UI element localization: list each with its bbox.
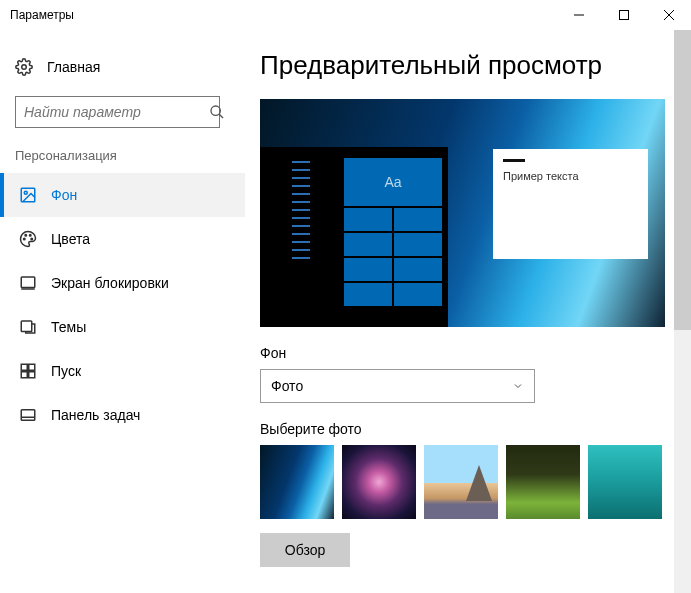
page-title: Предварительный просмотр (260, 50, 671, 81)
maximize-button[interactable] (601, 0, 646, 30)
preview-tiles: Aa (343, 157, 443, 317)
sidebar-item-taskbar[interactable]: Панель задач (0, 393, 245, 437)
background-dropdown[interactable]: Фото (260, 369, 535, 403)
palette-icon (19, 230, 37, 248)
photo-thumb-4[interactable] (506, 445, 580, 519)
search-icon (209, 104, 225, 120)
photo-thumbnails (260, 445, 671, 519)
svg-rect-18 (21, 372, 27, 378)
section-title: Персонализация (0, 143, 245, 173)
photo-thumb-5[interactable] (588, 445, 662, 519)
svg-point-10 (25, 235, 27, 237)
main-panel: Предварительный просмотр Aa Пример текст… (245, 30, 691, 593)
svg-rect-17 (29, 364, 35, 370)
preview-sample-text: Пример текста (503, 170, 638, 182)
photo-thumb-2[interactable] (342, 445, 416, 519)
sidebar-item-label: Темы (51, 319, 86, 335)
search-input[interactable] (16, 104, 209, 120)
svg-rect-19 (29, 372, 35, 378)
svg-rect-16 (21, 364, 27, 370)
search-box[interactable] (15, 96, 220, 128)
sidebar-item-label: Панель задач (51, 407, 140, 423)
sidebar-item-start[interactable]: Пуск (0, 349, 245, 393)
svg-point-5 (211, 106, 220, 115)
taskbar-icon (19, 406, 37, 424)
preview-taskbar (260, 147, 288, 327)
svg-rect-13 (21, 277, 35, 288)
svg-point-9 (24, 238, 26, 240)
svg-point-11 (30, 235, 32, 237)
minimize-icon (574, 10, 584, 20)
sidebar-item-label: Фон (51, 187, 77, 203)
photo-thumb-1[interactable] (260, 445, 334, 519)
image-icon (19, 186, 37, 204)
svg-rect-20 (21, 410, 35, 421)
svg-point-4 (22, 65, 27, 70)
svg-point-8 (24, 191, 27, 194)
dropdown-value: Фото (271, 378, 303, 394)
choose-photo-label: Выберите фото (260, 421, 671, 437)
svg-line-6 (219, 114, 223, 118)
chevron-down-icon (512, 380, 524, 392)
svg-rect-15 (21, 321, 32, 332)
preview-sample-window: Пример текста (493, 149, 648, 259)
close-button[interactable] (646, 0, 691, 30)
titlebar: Параметры (0, 0, 691, 30)
home-label: Главная (47, 59, 100, 75)
close-icon (664, 10, 674, 20)
sidebar-item-label: Пуск (51, 363, 81, 379)
browse-button[interactable]: Обзор (260, 533, 350, 567)
home-link[interactable]: Главная (0, 50, 245, 84)
sidebar-item-label: Экран блокировки (51, 275, 169, 291)
preview-list (292, 155, 310, 265)
photo-thumb-3[interactable] (424, 445, 498, 519)
preview-tile-text: Aa (343, 157, 443, 207)
window-controls (556, 0, 691, 30)
sidebar-item-label: Цвета (51, 231, 90, 247)
scrollbar-thumb[interactable] (674, 30, 691, 330)
scrollbar[interactable] (674, 30, 691, 593)
sidebar-item-background[interactable]: Фон (0, 173, 245, 217)
svg-rect-1 (619, 11, 628, 20)
maximize-icon (619, 10, 629, 20)
sidebar-item-lockscreen[interactable]: Экран блокировки (0, 261, 245, 305)
minimize-button[interactable] (556, 0, 601, 30)
desktop-preview: Aa Пример текста (260, 99, 665, 327)
sidebar: Главная Персонализация Фон Цвета (0, 30, 245, 593)
background-label: Фон (260, 345, 671, 361)
gear-icon (15, 58, 33, 76)
preview-start-menu: Aa (288, 147, 448, 327)
lockscreen-icon (19, 274, 37, 292)
sidebar-item-colors[interactable]: Цвета (0, 217, 245, 261)
window-title: Параметры (10, 8, 74, 22)
start-icon (19, 362, 37, 380)
themes-icon (19, 318, 37, 336)
svg-point-12 (31, 238, 33, 240)
sidebar-item-themes[interactable]: Темы (0, 305, 245, 349)
